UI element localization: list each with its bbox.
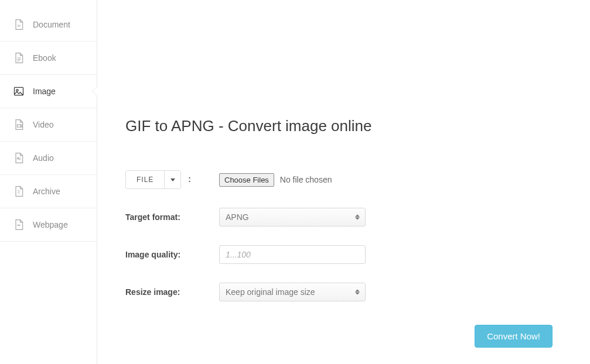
video-icon [13,118,25,131]
sidebar-item-webpage[interactable]: Webpage [0,208,97,242]
sidebar-item-audio[interactable]: Audio [0,142,97,175]
image-icon [13,85,25,98]
sidebar-item-label: Video [33,120,54,129]
target-format-label: Target format: [125,212,219,222]
colon-separator: : [188,174,191,184]
convert-form: FILE : Choose Files No file chosen Targe… [125,170,567,301]
resize-image-value[interactable]: Keep original image size [219,283,366,301]
resize-image-select[interactable]: Keep original image size [219,283,366,301]
file-source-split-button[interactable]: FILE [125,170,181,189]
svg-rect-3 [18,125,21,127]
document-icon: W [13,18,25,31]
target-format-value[interactable]: APNG [219,208,366,226]
sidebar-item-ebook[interactable]: Ebook [0,42,97,75]
webpage-icon [13,218,25,231]
image-quality-label: Image quality: [125,250,219,259]
chevron-down-icon [170,178,175,181]
ebook-icon [13,51,25,64]
svg-point-2 [16,90,18,91]
file-dropdown-button[interactable] [164,171,180,188]
target-format-select[interactable]: APNG [219,208,366,226]
audio-icon [13,152,25,164]
sidebar-item-label: Archive [33,187,60,196]
image-quality-input[interactable] [219,245,366,264]
svg-text:W: W [18,24,21,28]
sidebar-item-video[interactable]: Video [0,108,97,142]
sidebar-item-document[interactable]: W Document [0,8,97,42]
sidebar-item-image[interactable]: Image [0,75,97,108]
no-file-chosen-text: No file chosen [280,175,332,184]
sidebar-item-label: Document [33,20,70,29]
sidebar-item-archive[interactable]: Archive [0,175,97,208]
sidebar-item-label: Audio [33,153,54,163]
sidebar-item-label: Webpage [33,220,68,229]
sidebar: W Document Ebook Image Video [0,0,97,364]
file-button[interactable]: FILE [126,171,164,188]
sidebar-item-label: Image [33,87,56,96]
sidebar-item-label: Ebook [33,53,56,63]
convert-now-button[interactable]: Convert Now! [475,325,553,348]
main-content: GIF to APNG - Convert image online FILE … [97,0,590,364]
choose-files-button[interactable]: Choose Files [219,173,274,187]
resize-image-label: Resize image: [125,287,219,297]
archive-icon [13,185,25,198]
page-title: GIF to APNG - Convert image online [125,117,567,135]
